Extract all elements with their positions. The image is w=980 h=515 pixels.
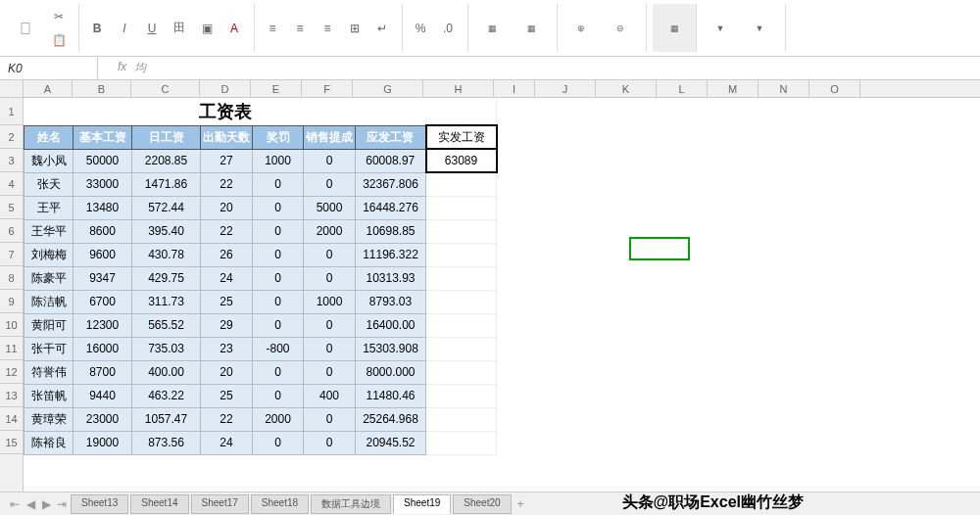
data-cell[interactable]: 0: [253, 313, 304, 337]
data-cell[interactable]: 22: [201, 219, 253, 243]
column-header[interactable]: K: [596, 80, 657, 97]
border-button[interactable]: 田: [168, 17, 191, 40]
cut-button[interactable]: ✂: [47, 5, 71, 28]
data-cell[interactable]: 0: [253, 360, 304, 384]
data-cell[interactable]: 0: [304, 360, 356, 384]
data-cell[interactable]: -800: [253, 337, 304, 360]
data-cell[interactable]: 430.78: [132, 243, 201, 266]
column-header[interactable]: B: [73, 80, 131, 97]
data-cell[interactable]: 25264.968: [356, 407, 426, 431]
data-cell[interactable]: 16448.276: [356, 196, 426, 219]
column-header[interactable]: L: [657, 80, 708, 97]
decimal-button[interactable]: .0: [436, 17, 460, 40]
row-header[interactable]: 6: [0, 219, 23, 243]
data-cell[interactable]: 8000.000: [356, 360, 426, 384]
row-header[interactable]: 10: [0, 313, 23, 337]
data-cell[interactable]: 23000: [74, 407, 132, 431]
extra-cell[interactable]: [426, 407, 497, 431]
tab-last-icon[interactable]: ⇥: [55, 497, 69, 511]
data-cell[interactable]: 王平: [24, 196, 74, 219]
data-cell[interactable]: 王华平: [24, 219, 74, 243]
fill-color-button[interactable]: ▣: [195, 17, 219, 40]
data-cell[interactable]: 27: [201, 149, 253, 172]
sheet-tab[interactable]: Sheet14: [130, 494, 188, 514]
data-cell[interactable]: 9600: [74, 243, 132, 266]
column-header[interactable]: M: [708, 80, 759, 97]
column-header[interactable]: H: [423, 80, 494, 97]
column-header[interactable]: D: [200, 80, 251, 97]
data-cell[interactable]: 0: [304, 407, 356, 431]
data-cell[interactable]: 395.40: [132, 219, 201, 243]
filter-button[interactable]: ▼: [742, 11, 777, 46]
tab-prev-icon[interactable]: ◀: [24, 497, 37, 511]
select-all-corner[interactable]: [0, 80, 23, 98]
data-cell[interactable]: 0: [304, 243, 356, 266]
insert-button[interactable]: ⊕: [564, 11, 599, 46]
table-header-cell[interactable]: 应发工资: [356, 125, 426, 149]
data-cell[interactable]: 0: [304, 431, 356, 454]
column-header[interactable]: F: [302, 80, 353, 97]
extra-cell[interactable]: [426, 290, 497, 313]
data-cell[interactable]: 16000: [74, 337, 132, 360]
sheet-tab[interactable]: Sheet18: [251, 494, 309, 514]
extra-cell[interactable]: [426, 337, 497, 360]
data-cell[interactable]: 735.03: [132, 337, 201, 360]
sheet-tab[interactable]: Sheet19: [393, 494, 451, 514]
data-cell[interactable]: 22: [201, 407, 253, 431]
paste-button[interactable]: [8, 11, 43, 46]
data-cell[interactable]: 60008.97: [356, 149, 426, 172]
row-header[interactable]: 14: [0, 407, 23, 431]
column-header[interactable]: G: [353, 80, 423, 97]
row-header[interactable]: 15: [0, 431, 23, 454]
data-cell[interactable]: 26: [201, 243, 253, 266]
extra-cell[interactable]: [426, 384, 497, 407]
row-header[interactable]: 7: [0, 243, 23, 266]
format-button[interactable]: %: [409, 17, 432, 40]
row-header[interactable]: 5: [0, 196, 23, 219]
data-cell[interactable]: 1000: [253, 149, 304, 172]
data-cell[interactable]: 20: [201, 196, 253, 219]
data-cell[interactable]: 400: [304, 384, 356, 407]
data-cell[interactable]: 0: [253, 384, 304, 407]
align-center-button[interactable]: ≡: [288, 17, 312, 40]
data-cell[interactable]: 25: [201, 384, 253, 407]
table-header-cell[interactable]: 出勤天数: [201, 125, 253, 149]
tab-next-icon[interactable]: ▶: [39, 497, 53, 511]
sheet-tab[interactable]: Sheet13: [71, 494, 128, 514]
data-cell[interactable]: 16400.00: [356, 313, 426, 337]
row-header[interactable]: 11: [0, 337, 23, 360]
data-cell[interactable]: 11480.46: [356, 384, 426, 407]
data-cell[interactable]: 8793.03: [356, 290, 426, 313]
data-cell[interactable]: 0: [253, 290, 304, 313]
extra-cell[interactable]: [426, 360, 497, 384]
data-cell[interactable]: 33000: [74, 172, 132, 196]
data-cell[interactable]: 2208.85: [132, 149, 201, 172]
extra-cell[interactable]: [426, 196, 497, 219]
row-header[interactable]: 8: [0, 266, 23, 290]
table-format-button[interactable]: ▦: [514, 11, 549, 46]
data-cell[interactable]: 陈洁帆: [24, 290, 74, 313]
data-cell[interactable]: 25: [201, 290, 253, 313]
table-header-cell[interactable]: 日工资: [132, 125, 201, 149]
data-cell[interactable]: 张笛帆: [24, 384, 74, 407]
data-cell[interactable]: 9440: [74, 384, 132, 407]
font-color-button[interactable]: A: [222, 17, 246, 40]
data-cell[interactable]: 429.75: [132, 266, 201, 290]
column-header[interactable]: I: [494, 80, 535, 97]
data-cell[interactable]: 0: [304, 149, 356, 172]
column-header[interactable]: N: [759, 80, 809, 97]
data-cell[interactable]: 8600: [74, 219, 132, 243]
data-cell[interactable]: 1000: [304, 290, 356, 313]
bold-button[interactable]: B: [85, 17, 109, 40]
data-cell[interactable]: 0: [253, 196, 304, 219]
data-cell[interactable]: 黄璋荣: [24, 407, 74, 431]
row-header[interactable]: 3: [0, 149, 23, 172]
wrap-button[interactable]: ↵: [370, 17, 394, 40]
data-cell[interactable]: 19000: [74, 431, 132, 454]
name-box[interactable]: K0: [0, 57, 98, 79]
column-header[interactable]: E: [251, 80, 302, 97]
data-cell[interactable]: 873.56: [132, 431, 201, 454]
extra-cell[interactable]: [426, 313, 497, 337]
data-cell[interactable]: 20945.52: [356, 431, 426, 454]
data-cell[interactable]: 565.52: [132, 313, 201, 337]
